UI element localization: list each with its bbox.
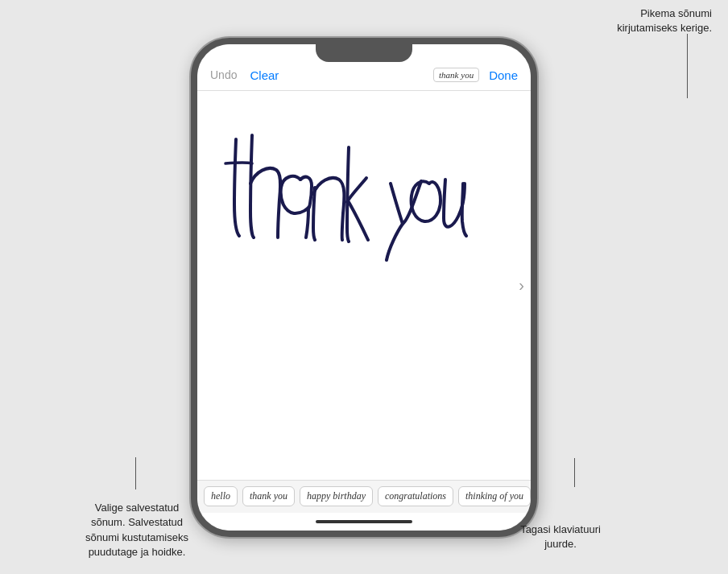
callout-line-suggestions [135,457,136,489]
phone-side-btn-vol-down [191,201,192,242]
preview-box: thank you [433,68,479,82]
home-indicator [197,513,531,531]
handwriting-canvas[interactable]: › [197,91,531,480]
undo-button[interactable]: Undo [210,68,237,81]
suggestions-bar: hello thank you happy birthday congratul… [197,480,531,513]
phone-side-btn-vol-up [191,153,192,193]
clear-button[interactable]: Clear [250,68,279,82]
annotation-keyboard: Tagasi klaviatuuri juurde. [512,522,609,551]
annotation-saved-messages: Valige salvestatud sõnum. Salvestatud sõ… [64,501,209,560]
suggestion-happy-birthday[interactable]: happy birthday [300,486,373,506]
suggestion-congratulations[interactable]: congratulations [378,486,453,506]
phone-side-btn-mute [191,117,192,141]
screen: Undo Clear thank you Done [197,44,531,531]
callout-line-keyboard [574,458,575,487]
toolbar-right: thank you Done [433,68,518,82]
scroll-chevron[interactable]: › [519,276,524,295]
done-button[interactable]: Done [489,68,518,82]
phone-frame: Undo Clear thank you Done [191,38,537,537]
suggestion-thinking-of-you[interactable]: thinking of you [458,486,531,506]
phone-notch [316,44,412,62]
callout-line-scroll [687,34,688,98]
home-bar [316,520,412,523]
annotation-scroll: Pikema sõnumi kirjutamiseks kerige. [617,6,712,35]
phone-side-btn-power [536,165,537,221]
toolbar-left: Undo Clear [210,68,279,82]
handwriting-svg [221,107,495,268]
suggestion-thank-you[interactable]: thank you [242,486,295,506]
